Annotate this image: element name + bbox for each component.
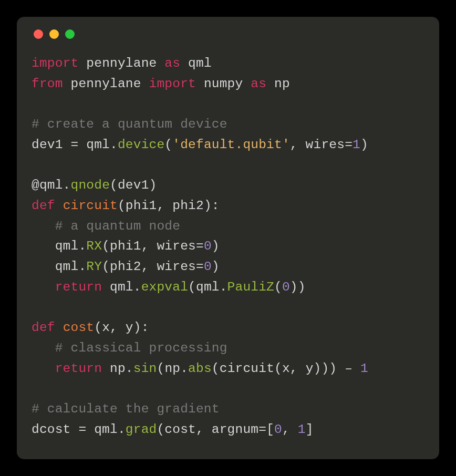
code-token-txt: (phi2, wires= <box>102 260 204 274</box>
code-token-fn: device <box>118 138 164 152</box>
code-token-kw: def <box>32 320 55 335</box>
code-token-txt: ) <box>360 138 368 152</box>
code-token-kw: return <box>55 280 102 294</box>
code-token-fn: sin <box>133 361 157 376</box>
code-token-cmt: # create a quantum device <box>32 117 227 131</box>
code-token-txt: (cost, argnum=[ <box>157 422 274 437</box>
code-token-cmt: # calculate the gradient <box>32 402 220 416</box>
code-token-num: 1 <box>298 422 306 437</box>
code-token-num: 0 <box>204 260 212 274</box>
code-token-txt <box>55 199 63 213</box>
code-token-txt: np. <box>102 361 133 376</box>
code-token-fn: grad <box>126 422 157 437</box>
code-token-fn: PauliZ <box>227 280 274 294</box>
code-token-txt: qml. <box>32 239 86 253</box>
code-token-txt: ) <box>212 239 220 253</box>
code-token-txt: dcost = qml. <box>32 422 126 437</box>
code-token-kw: as <box>251 77 266 91</box>
code-token-txt: (phi1, phi2): <box>118 199 220 213</box>
code-token-txt: (x, y): <box>94 320 149 335</box>
code-token-txt: pennylane <box>78 56 164 70</box>
code-window: import pennylane as qml from pennylane i… <box>17 17 439 459</box>
code-token-txt: ) <box>212 260 220 274</box>
code-token-txt: ( <box>274 280 282 294</box>
code-block: import pennylane as qml from pennylane i… <box>32 54 424 440</box>
code-token-fn: expval <box>141 280 188 294</box>
code-token-num: 0 <box>282 280 290 294</box>
code-token-fn: RX <box>86 239 102 253</box>
code-token-cmt: # classical processing <box>55 341 227 355</box>
code-token-num: 0 <box>204 239 212 253</box>
code-token-txt: np <box>266 77 290 91</box>
window-titlebar <box>32 29 424 39</box>
code-token-txt: , wires= <box>290 138 353 152</box>
code-token-txt: (dev1) <box>110 178 157 192</box>
code-token-kw: as <box>164 56 180 70</box>
code-token-txt: dev1 = qml. <box>32 138 118 152</box>
code-token-txt: , <box>282 422 298 437</box>
code-token-cmt: # a quantum node <box>55 219 180 233</box>
code-token-txt: numpy <box>196 77 251 91</box>
code-token-kw: import <box>149 77 196 91</box>
minimize-icon[interactable] <box>49 29 59 39</box>
code-token-txt: )) <box>290 280 306 294</box>
code-token-txt <box>55 320 63 335</box>
code-token-txt: pennylane <box>63 77 149 91</box>
code-token-txt <box>32 280 55 294</box>
code-token-kw: return <box>55 361 102 376</box>
code-token-str: 'default.qubit' <box>172 138 290 152</box>
code-token-num: 1 <box>360 361 368 376</box>
code-token-txt: ( <box>164 138 172 152</box>
code-token-txt <box>32 219 55 233</box>
code-token-name: circuit <box>63 199 118 213</box>
code-token-txt: (circuit(x, y))) – <box>212 361 360 376</box>
code-token-kw: from <box>32 77 63 91</box>
code-token-fn: RY <box>86 260 102 274</box>
code-token-num: 0 <box>274 422 282 437</box>
code-token-kw: import <box>32 56 78 70</box>
close-icon[interactable] <box>34 29 43 39</box>
code-token-fn: abs <box>188 361 212 376</box>
code-token-deco: @qml. <box>32 178 71 192</box>
code-token-txt: qml <box>180 56 212 70</box>
code-token-fn: qnode <box>71 178 110 192</box>
code-token-txt: qml. <box>32 260 86 274</box>
code-token-txt: (qml. <box>188 280 227 294</box>
code-token-txt <box>32 361 55 376</box>
code-token-name: cost <box>63 320 95 335</box>
zoom-icon[interactable] <box>65 29 75 39</box>
code-token-num: 1 <box>353 138 360 152</box>
code-token-kw: def <box>32 199 55 213</box>
code-token-txt: (np. <box>157 361 188 376</box>
code-token-txt: ] <box>306 422 314 437</box>
code-token-txt <box>32 341 55 355</box>
code-token-txt: qml. <box>102 280 141 294</box>
code-token-txt: (phi1, wires= <box>102 239 204 253</box>
